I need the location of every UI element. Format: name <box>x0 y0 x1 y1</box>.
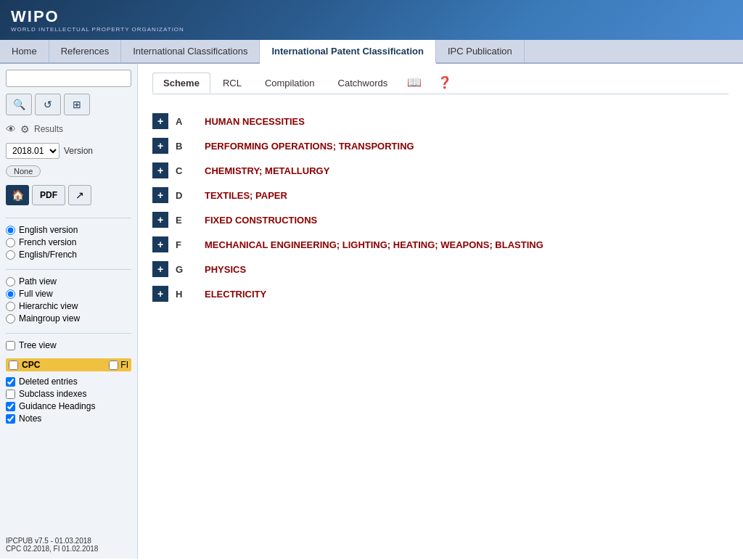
guidance-headings-label: Guidance Headings <box>19 401 95 411</box>
expand-button[interactable]: + <box>152 236 168 252</box>
sidebar-buttons: 🔍 ↺ ⊞ <box>6 94 131 115</box>
sidebar: 🔍 ↺ ⊞ 👁 ⚙ Results 2018.01 Version None 🏠… <box>0 64 138 559</box>
expand-button[interactable]: + <box>152 113 168 129</box>
table-row: +CCHEMISTRY; METALLURGY <box>152 158 728 183</box>
version-select[interactable]: 2018.01 <box>6 143 59 159</box>
hierarchic-view-radio[interactable] <box>6 302 15 311</box>
class-title[interactable]: TEXTILES; PAPER <box>205 190 287 201</box>
divider-2 <box>6 269 131 270</box>
grid-button[interactable]: ⊞ <box>64 94 90 115</box>
path-view-label: Path view <box>19 276 57 287</box>
class-letter: E <box>176 215 197 226</box>
footer-text: IPCPUB v7.5 - 01.03.2018 CPC 02.2018, FI… <box>6 531 131 553</box>
language-radio-group: English version French version English/F… <box>6 225 131 260</box>
subclass-indexes-item[interactable]: Subclass indexes <box>6 389 131 399</box>
notes-item[interactable]: Notes <box>6 413 131 424</box>
fi-checkbox-item[interactable]: FI <box>109 360 128 370</box>
class-title[interactable]: ELECTRICITY <box>205 289 266 300</box>
subclass-indexes-checkbox[interactable] <box>6 390 15 399</box>
share-button[interactable]: ↗ <box>68 185 91 205</box>
expand-button[interactable]: + <box>152 138 168 154</box>
class-title[interactable]: PHYSICS <box>205 264 246 275</box>
class-title[interactable]: HUMAN NECESSITIES <box>205 116 305 127</box>
expand-button[interactable]: + <box>152 212 168 228</box>
hierarchic-view-option[interactable]: Hierarchic view <box>6 301 131 311</box>
deleted-entries-item[interactable]: Deleted entries <box>6 376 131 387</box>
tree-view-item[interactable]: Tree view <box>6 340 131 350</box>
class-letter: H <box>176 289 197 300</box>
divider-3 <box>6 333 131 334</box>
nav-bar: Home References International Classifica… <box>0 40 743 64</box>
pdf-button[interactable]: PDF <box>32 185 65 205</box>
nav-tab-international-classifications[interactable]: International Classifications <box>121 40 260 62</box>
tab-rcl[interactable]: RCL <box>212 73 253 93</box>
table-row: +BPERFORMING OPERATIONS; TRANSPORTING <box>152 133 728 158</box>
main-layout: 🔍 ↺ ⊞ 👁 ⚙ Results 2018.01 Version None 🏠… <box>0 64 743 559</box>
path-view-option[interactable]: Path view <box>6 276 131 287</box>
fi-checkbox[interactable] <box>109 361 118 370</box>
refresh-button[interactable]: ↺ <box>35 94 61 115</box>
maingroup-view-label: Maingroup view <box>19 313 80 324</box>
eye-icon[interactable]: 👁 <box>6 123 16 135</box>
class-title[interactable]: PERFORMING OPERATIONS; TRANSPORTING <box>205 141 414 152</box>
content-area: Scheme RCL Compilation Catchwords 📖 ❓ +A… <box>138 64 743 559</box>
footer-line1: IPCPUB v7.5 - 01.03.2018 <box>6 537 131 545</box>
cpc-checkbox[interactable] <box>9 361 18 370</box>
results-label: Results <box>34 124 63 134</box>
divider-1 <box>6 218 131 218</box>
tab-scheme[interactable]: Scheme <box>152 73 210 93</box>
french-version-label: French version <box>19 237 76 247</box>
checkbox-group: Tree view <box>6 340 131 350</box>
version-row: 2018.01 Version <box>6 143 131 159</box>
gear-icon[interactable]: ⚙ <box>20 123 30 135</box>
english-version-option[interactable]: English version <box>6 225 131 235</box>
path-view-radio[interactable] <box>6 277 15 287</box>
expand-button[interactable]: + <box>152 187 168 203</box>
tab-catchwords[interactable]: Catchwords <box>327 73 399 93</box>
maingroup-view-option[interactable]: Maingroup view <box>6 313 131 324</box>
home-button[interactable]: 🏠 <box>6 185 29 205</box>
guidance-headings-checkbox[interactable] <box>6 402 15 411</box>
table-row: +HELECTRICITY <box>152 281 728 306</box>
french-version-option[interactable]: French version <box>6 237 131 247</box>
sub-tabs: Scheme RCL Compilation Catchwords 📖 ❓ <box>152 71 728 94</box>
deleted-entries-checkbox[interactable] <box>6 377 15 387</box>
english-french-option[interactable]: English/French <box>6 250 131 260</box>
table-row: +GPHYSICS <box>152 257 728 281</box>
nav-tab-home[interactable]: Home <box>0 40 49 62</box>
wipo-logo-main: WIPO <box>11 7 184 26</box>
class-title[interactable]: MECHANICAL ENGINEERING; LIGHTING; HEATIN… <box>205 239 543 250</box>
english-version-radio[interactable] <box>6 226 15 235</box>
action-buttons: 🏠 PDF ↗ <box>6 185 131 205</box>
nav-tab-references[interactable]: References <box>49 40 121 62</box>
nav-tab-ipc[interactable]: International Patent Classification <box>260 40 436 64</box>
english-french-radio[interactable] <box>6 250 15 260</box>
view-radio-group: Path view Full view Hierarchic view Main… <box>6 276 131 324</box>
maingroup-view-radio[interactable] <box>6 314 15 324</box>
notes-checkbox[interactable] <box>6 414 15 424</box>
cpc-row: CPC FI <box>6 358 131 371</box>
expand-button[interactable]: + <box>152 261 168 277</box>
english-french-label: English/French <box>19 250 77 260</box>
help-icon[interactable]: ❓ <box>430 71 459 94</box>
bookmark-icon[interactable]: 📖 <box>400 71 429 94</box>
full-view-option[interactable]: Full view <box>6 289 131 299</box>
class-letter: D <box>176 190 197 201</box>
class-letter: G <box>176 264 197 275</box>
footer-line2: CPC 02.2018, FI 01.02.2018 <box>6 545 131 553</box>
cpc-label: CPC <box>22 360 40 370</box>
tab-compilation[interactable]: Compilation <box>254 73 326 93</box>
search-button[interactable]: 🔍 <box>6 94 32 115</box>
deleted-entries-label: Deleted entries <box>19 376 78 387</box>
class-title[interactable]: CHEMISTRY; METALLURGY <box>205 165 329 176</box>
expand-button[interactable]: + <box>152 162 168 178</box>
search-input[interactable] <box>6 70 131 87</box>
nav-tab-ipc-publication[interactable]: IPC Publication <box>436 40 525 62</box>
class-title[interactable]: FIXED CONSTRUCTIONS <box>205 215 317 226</box>
guidance-headings-item[interactable]: Guidance Headings <box>6 401 131 411</box>
table-row: +FMECHANICAL ENGINEERING; LIGHTING; HEAT… <box>152 232 728 257</box>
expand-button[interactable]: + <box>152 286 168 302</box>
full-view-radio[interactable] <box>6 289 15 299</box>
tree-view-checkbox[interactable] <box>6 341 15 350</box>
french-version-radio[interactable] <box>6 238 15 247</box>
